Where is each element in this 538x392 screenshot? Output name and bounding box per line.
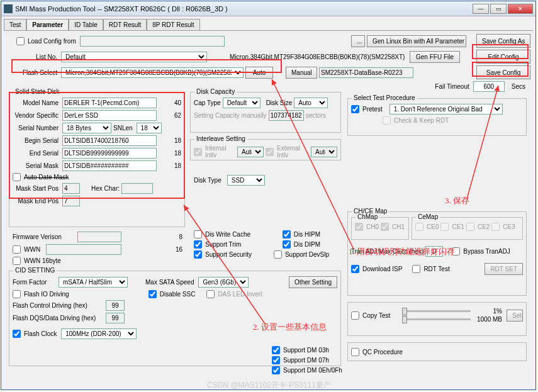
download-check[interactable] xyxy=(351,265,359,273)
ssc-check[interactable] xyxy=(149,290,157,298)
load-config-check[interactable] xyxy=(16,37,25,45)
vendor-field[interactable] xyxy=(62,110,157,121)
set-man-label: Setting Capacity manually xyxy=(194,112,267,119)
set-man-field[interactable] xyxy=(269,110,304,121)
pretest-select[interactable]: 1. Don't Reference Original Bad xyxy=(389,104,503,115)
flash-io-check[interactable] xyxy=(13,290,21,298)
vendor-len: 62 xyxy=(174,112,181,119)
hipm-check[interactable] xyxy=(283,230,291,238)
ff-select[interactable]: mSATA / HalfSlim xyxy=(59,277,128,288)
mep-field[interactable] xyxy=(62,196,80,206)
disk-size-label: Disk Size xyxy=(266,99,293,106)
dwc-check[interactable] xyxy=(194,230,202,238)
list-no-select[interactable]: Default xyxy=(61,52,207,62)
end-len: 18 xyxy=(174,150,181,157)
serial-select[interactable]: 18 Bytes xyxy=(62,123,111,133)
ssec-check[interactable] xyxy=(194,250,202,259)
rdttest-check[interactable] xyxy=(412,265,420,273)
load-config-field[interactable] xyxy=(80,36,225,47)
hex-char-field[interactable] xyxy=(121,183,153,194)
ssd-legend: Solid State Disk xyxy=(13,88,62,95)
model-name-field[interactable] xyxy=(62,98,157,108)
begin-len: 18 xyxy=(174,137,181,144)
mask-len: 18 xyxy=(174,162,181,169)
internal-select[interactable]: Auto xyxy=(237,147,264,157)
tab-idtable[interactable]: ID Table xyxy=(69,19,103,30)
ce3-label: CE3 xyxy=(503,223,515,230)
watermark: CSDN @MAS1102开卡-PS3111量产 xyxy=(207,380,331,391)
disktype-select[interactable]: SSD xyxy=(227,175,265,186)
flash-io-label: Flash IO Driving xyxy=(24,291,69,298)
disk-size-select[interactable]: Auto xyxy=(294,98,328,108)
auto-date-check[interactable] xyxy=(13,173,21,181)
begin-serial-field[interactable] xyxy=(62,135,157,146)
cap-type-select[interactable]: Default xyxy=(223,98,261,108)
fw-len: 8 xyxy=(179,233,182,240)
gen-ffu-button[interactable]: Gen FFU File xyxy=(410,51,460,63)
pct-slider[interactable] xyxy=(402,308,407,315)
set-button[interactable]: Set xyxy=(507,310,523,322)
fw-label: Firmware Verison xyxy=(13,233,76,240)
mask-label: Serial Mask xyxy=(13,162,60,169)
flash-clock-check[interactable] xyxy=(13,330,21,338)
strim-check[interactable] xyxy=(194,240,202,249)
manual-button[interactable]: Manual xyxy=(286,67,317,79)
s03-label: Support DM 03h xyxy=(283,347,329,354)
sata-select[interactable]: Gen3 (6Gb) xyxy=(198,277,249,288)
model-name-label: Model Name xyxy=(13,99,60,106)
snlen-select[interactable]: 18 xyxy=(137,123,162,133)
fw-field[interactable] xyxy=(77,232,121,242)
mask-field[interactable] xyxy=(62,160,157,171)
tab-rdt[interactable]: RDT Result xyxy=(103,19,147,30)
rdtset-button[interactable]: RDT SET xyxy=(485,263,523,275)
wwn-check[interactable] xyxy=(13,245,21,254)
other-setting-button[interactable]: Other Setting xyxy=(289,276,337,288)
tab-parameter[interactable]: Parameter xyxy=(26,19,69,30)
secs-label: Secs xyxy=(512,83,525,90)
ce0-check xyxy=(415,223,423,231)
fail-timeout-field[interactable] xyxy=(473,81,505,92)
maximize-button[interactable]: ▭ xyxy=(490,4,507,14)
qc-label: QC Procedure xyxy=(362,349,403,356)
dipm-check[interactable] xyxy=(283,240,291,249)
s07-label: Support DM 07h xyxy=(283,357,329,364)
ckrdt-label: Check & Keep RDT xyxy=(394,117,449,124)
msp-field[interactable] xyxy=(62,183,80,194)
fdd-field[interactable] xyxy=(106,313,125,323)
close-button[interactable]: ✕ xyxy=(508,4,533,14)
pretest-check[interactable] xyxy=(351,105,359,113)
minimize-button[interactable]: — xyxy=(473,4,489,14)
s0e-check[interactable] xyxy=(272,366,280,374)
fdd-label: Flash DQS/Data Driving (hex) xyxy=(13,315,104,322)
ssec-label: Support Security xyxy=(205,251,252,258)
qc-check[interactable] xyxy=(351,348,359,356)
external-select[interactable]: Auto xyxy=(311,147,337,157)
ckrdt-check xyxy=(383,116,391,125)
chmap-legend: ChMap xyxy=(356,213,379,220)
tab-test[interactable]: Test xyxy=(4,19,26,30)
end-serial-field[interactable] xyxy=(62,148,157,159)
wwn16-check[interactable] xyxy=(13,257,21,265)
ff-label: Form Factor xyxy=(13,279,57,286)
save-config-button[interactable]: Save Config xyxy=(476,65,530,79)
ce1-label: CE1 xyxy=(452,223,464,230)
sdev-check[interactable] xyxy=(274,250,282,259)
wwn-field[interactable] xyxy=(46,244,121,255)
gen-linux-button[interactable]: Gen Linux Bin with All Parameter xyxy=(367,35,466,47)
auto-button[interactable]: Auto xyxy=(245,67,273,79)
clock-select[interactable]: 100MHz (DDR-200) xyxy=(61,328,137,339)
browse-button[interactable]: ... xyxy=(351,35,365,47)
flash-select[interactable]: Micron,384Gbit,MT29F384G08EBCBB(B0KB)(78… xyxy=(61,67,244,78)
s07-check[interactable] xyxy=(272,356,280,364)
save-config-as-button[interactable]: Save Config As xyxy=(476,34,530,48)
database-field xyxy=(319,67,413,78)
ch0-check xyxy=(355,223,363,231)
das-check[interactable] xyxy=(206,290,215,298)
tab-8prdt[interactable]: 8P RDT Result xyxy=(147,19,199,30)
mb-slider[interactable] xyxy=(402,316,407,323)
fcd-field[interactable] xyxy=(106,300,125,311)
copy-check[interactable] xyxy=(351,311,359,320)
ch1-check xyxy=(381,223,389,231)
s03-check[interactable] xyxy=(272,346,280,354)
edit-config-button[interactable]: Edit Config xyxy=(476,50,530,64)
